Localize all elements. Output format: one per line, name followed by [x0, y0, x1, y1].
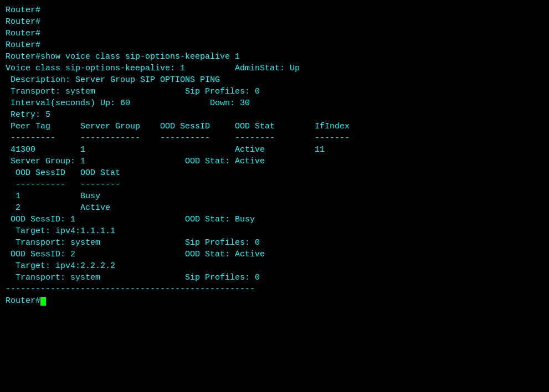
terminal-line-line25: Transport: system Sip Profiles: 0: [6, 237, 543, 249]
terminal-line-line33: Router#: [6, 295, 543, 307]
terminal-line-line24: Target: ipv4:1.1.1.1: [6, 225, 543, 237]
terminal-line-line20: 1 Busy: [6, 190, 543, 202]
terminal-line-line6: Voice class sip-options-keepalive: 1 Adm…: [6, 63, 543, 74]
terminal-line-line2: Router#: [6, 16, 543, 28]
terminal-line-line1: Router#: [6, 4, 543, 16]
terminal-line-line19: ---------- --------: [6, 179, 543, 190]
terminal-line-line12: Peer Tag Server Group OOD SessID OOD Sta…: [6, 121, 543, 132]
terminal-line-line7: Description: Server Group SIP OPTIONS PI…: [6, 74, 543, 86]
terminal-line-line28: Target: ipv4:2.2.2.2: [6, 260, 543, 272]
terminal-line-line27: OOD SessID: 2 OOD Stat: Active: [6, 249, 543, 260]
terminal-line-line4: Router#: [6, 39, 543, 51]
terminal-line-line13: --------- ------------ ---------- ------…: [6, 132, 543, 144]
terminal-line-line15: 41300 1 Active 11: [6, 144, 543, 156]
terminal-line-line17: Server Group: 1 OOD Stat: Active: [6, 156, 543, 167]
terminal-line-line9: Interval(seconds) Up: 60 Down: 30: [6, 97, 543, 109]
terminal-line-line5: Router#show voice class sip-options-keep…: [6, 51, 543, 63]
terminal-line-line18: OOD SessID OOD Stat: [6, 167, 543, 179]
terminal-line-line8: Transport: system Sip Profiles: 0: [6, 86, 543, 97]
terminal-line-line21: 2 Active: [6, 202, 543, 214]
terminal-window: Router#Router#Router#Router#Router#show …: [6, 4, 543, 388]
terminal-line-line29: Transport: system Sip Profiles: 0: [6, 272, 543, 283]
terminal-line-line3: Router#: [6, 28, 543, 39]
terminal-cursor: [40, 297, 46, 306]
terminal-line-line31: ----------------------------------------…: [6, 283, 543, 295]
terminal-line-line23: OOD SessID: 1 OOD Stat: Busy: [6, 214, 543, 225]
terminal-line-line10: Retry: 5: [6, 109, 543, 121]
